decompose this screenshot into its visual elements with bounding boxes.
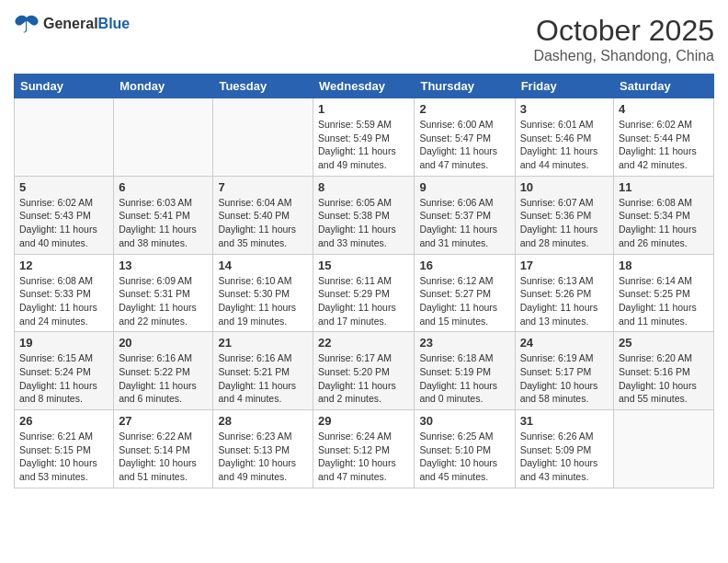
day-number: 16 — [419, 259, 509, 272]
day-info: Sunrise: 6:14 AM Sunset: 5:25 PM Dayligh… — [619, 274, 709, 328]
day-number: 5 — [19, 180, 108, 194]
calendar-table: Sunday Monday Tuesday Wednesday Thursday… — [14, 74, 714, 488]
calendar-week-row: 26Sunrise: 6:21 AM Sunset: 5:15 PM Dayli… — [15, 410, 714, 488]
table-row: 18Sunrise: 6:14 AM Sunset: 5:25 PM Dayli… — [614, 254, 714, 332]
day-info: Sunrise: 6:07 AM Sunset: 5:36 PM Dayligh… — [520, 196, 609, 250]
col-thursday: Thursday — [415, 75, 515, 98]
table-row: 16Sunrise: 6:12 AM Sunset: 5:27 PM Dayli… — [415, 254, 515, 332]
day-number: 25 — [619, 336, 709, 350]
day-number: 20 — [119, 336, 208, 350]
calendar-week-row: 12Sunrise: 6:08 AM Sunset: 5:33 PM Dayli… — [15, 254, 714, 332]
day-info: Sunrise: 6:09 AM Sunset: 5:31 PM Dayligh… — [119, 274, 208, 328]
logo-general: General — [43, 16, 98, 31]
table-row — [213, 98, 313, 177]
logo-icon — [14, 14, 40, 34]
day-info: Sunrise: 6:12 AM Sunset: 5:27 PM Dayligh… — [419, 274, 509, 328]
table-row: 17Sunrise: 6:13 AM Sunset: 5:26 PM Dayli… — [515, 254, 613, 332]
calendar-week-row: 19Sunrise: 6:15 AM Sunset: 5:24 PM Dayli… — [15, 332, 714, 410]
table-row: 3Sunrise: 6:01 AM Sunset: 5:46 PM Daylig… — [515, 98, 613, 177]
table-row: 9Sunrise: 6:06 AM Sunset: 5:37 PM Daylig… — [415, 176, 515, 254]
day-number: 10 — [520, 180, 609, 194]
day-number: 6 — [119, 180, 208, 194]
logo: GeneralBlue — [14, 14, 130, 34]
col-tuesday: Tuesday — [213, 75, 313, 98]
day-number: 17 — [520, 259, 609, 272]
day-info: Sunrise: 6:25 AM Sunset: 5:10 PM Dayligh… — [419, 430, 509, 484]
day-number: 8 — [318, 180, 409, 194]
day-info: Sunrise: 6:01 AM Sunset: 5:46 PM Dayligh… — [520, 118, 609, 172]
day-number: 21 — [218, 336, 308, 350]
day-info: Sunrise: 6:23 AM Sunset: 5:13 PM Dayligh… — [218, 430, 308, 484]
table-row: 30Sunrise: 6:25 AM Sunset: 5:10 PM Dayli… — [415, 410, 515, 488]
day-number: 7 — [218, 180, 308, 194]
table-row: 29Sunrise: 6:24 AM Sunset: 5:12 PM Dayli… — [313, 410, 415, 488]
day-info: Sunrise: 6:18 AM Sunset: 5:19 PM Dayligh… — [419, 351, 509, 406]
day-number: 4 — [619, 102, 709, 116]
page-header: GeneralBlue October 2025 Dasheng, Shando… — [14, 14, 714, 64]
table-row: 26Sunrise: 6:21 AM Sunset: 5:15 PM Dayli… — [15, 410, 114, 488]
table-row: 5Sunrise: 6:02 AM Sunset: 5:43 PM Daylig… — [15, 176, 114, 254]
table-row: 14Sunrise: 6:10 AM Sunset: 5:30 PM Dayli… — [213, 254, 313, 332]
day-number: 23 — [419, 336, 509, 350]
day-info: Sunrise: 6:06 AM Sunset: 5:37 PM Dayligh… — [419, 196, 509, 250]
day-number: 15 — [318, 259, 409, 272]
col-sunday: Sunday — [15, 75, 114, 98]
logo-blue: Blue — [98, 16, 131, 31]
header-row: Sunday Monday Tuesday Wednesday Thursday… — [15, 75, 714, 98]
table-row: 1Sunrise: 5:59 AM Sunset: 5:49 PM Daylig… — [313, 98, 415, 177]
day-number: 31 — [520, 414, 609, 428]
day-info: Sunrise: 6:11 AM Sunset: 5:29 PM Dayligh… — [318, 274, 409, 328]
table-row: 15Sunrise: 6:11 AM Sunset: 5:29 PM Dayli… — [313, 254, 415, 332]
month-title: October 2025 — [533, 14, 714, 48]
table-row: 31Sunrise: 6:26 AM Sunset: 5:09 PM Dayli… — [515, 410, 613, 488]
table-row: 28Sunrise: 6:23 AM Sunset: 5:13 PM Dayli… — [213, 410, 313, 488]
day-info: Sunrise: 6:00 AM Sunset: 5:47 PM Dayligh… — [419, 118, 509, 172]
day-number: 30 — [419, 414, 509, 428]
day-number: 13 — [119, 259, 208, 272]
day-info: Sunrise: 6:17 AM Sunset: 5:20 PM Dayligh… — [318, 351, 409, 406]
day-info: Sunrise: 6:04 AM Sunset: 5:40 PM Dayligh… — [218, 196, 308, 250]
table-row — [114, 98, 213, 177]
table-row: 20Sunrise: 6:16 AM Sunset: 5:22 PM Dayli… — [114, 332, 213, 410]
day-info: Sunrise: 6:24 AM Sunset: 5:12 PM Dayligh… — [318, 430, 409, 484]
day-number: 26 — [19, 414, 108, 428]
day-number: 24 — [520, 336, 609, 350]
table-row: 13Sunrise: 6:09 AM Sunset: 5:31 PM Dayli… — [114, 254, 213, 332]
day-info: Sunrise: 6:16 AM Sunset: 5:21 PM Dayligh… — [218, 351, 308, 406]
day-info: Sunrise: 6:22 AM Sunset: 5:14 PM Dayligh… — [119, 430, 208, 484]
day-number: 14 — [218, 259, 308, 272]
day-info: Sunrise: 6:02 AM Sunset: 5:44 PM Dayligh… — [619, 118, 709, 172]
day-info: Sunrise: 6:13 AM Sunset: 5:26 PM Dayligh… — [520, 274, 609, 328]
day-number: 3 — [520, 102, 609, 116]
table-row: 7Sunrise: 6:04 AM Sunset: 5:40 PM Daylig… — [213, 176, 313, 254]
table-row: 25Sunrise: 6:20 AM Sunset: 5:16 PM Dayli… — [614, 332, 714, 410]
day-number: 22 — [318, 336, 409, 350]
table-row: 11Sunrise: 6:08 AM Sunset: 5:34 PM Dayli… — [614, 176, 714, 254]
title-block: October 2025 Dasheng, Shandong, China — [533, 14, 714, 64]
col-saturday: Saturday — [614, 75, 714, 98]
table-row: 19Sunrise: 6:15 AM Sunset: 5:24 PM Dayli… — [15, 332, 114, 410]
day-info: Sunrise: 6:05 AM Sunset: 5:38 PM Dayligh… — [318, 196, 409, 250]
day-info: Sunrise: 6:26 AM Sunset: 5:09 PM Dayligh… — [520, 430, 609, 484]
day-info: Sunrise: 5:59 AM Sunset: 5:49 PM Dayligh… — [318, 118, 409, 172]
day-info: Sunrise: 6:10 AM Sunset: 5:30 PM Dayligh… — [218, 274, 308, 328]
table-row: 10Sunrise: 6:07 AM Sunset: 5:36 PM Dayli… — [515, 176, 613, 254]
day-number: 28 — [218, 414, 308, 428]
calendar-week-row: 5Sunrise: 6:02 AM Sunset: 5:43 PM Daylig… — [15, 176, 714, 254]
table-row — [15, 98, 114, 177]
table-row: 23Sunrise: 6:18 AM Sunset: 5:19 PM Dayli… — [415, 332, 515, 410]
table-row: 8Sunrise: 6:05 AM Sunset: 5:38 PM Daylig… — [313, 176, 415, 254]
table-row: 24Sunrise: 6:19 AM Sunset: 5:17 PM Dayli… — [515, 332, 613, 410]
table-row: 4Sunrise: 6:02 AM Sunset: 5:44 PM Daylig… — [614, 98, 714, 177]
table-row: 22Sunrise: 6:17 AM Sunset: 5:20 PM Dayli… — [313, 332, 415, 410]
day-info: Sunrise: 6:02 AM Sunset: 5:43 PM Dayligh… — [19, 196, 108, 250]
col-friday: Friday — [515, 75, 613, 98]
day-number: 9 — [419, 180, 509, 194]
day-info: Sunrise: 6:19 AM Sunset: 5:17 PM Dayligh… — [520, 351, 609, 406]
table-row: 21Sunrise: 6:16 AM Sunset: 5:21 PM Dayli… — [213, 332, 313, 410]
location-subtitle: Dasheng, Shandong, China — [533, 48, 714, 64]
day-number: 18 — [619, 259, 709, 272]
day-number: 27 — [119, 414, 208, 428]
table-row: 12Sunrise: 6:08 AM Sunset: 5:33 PM Dayli… — [15, 254, 114, 332]
day-number: 12 — [19, 259, 108, 272]
